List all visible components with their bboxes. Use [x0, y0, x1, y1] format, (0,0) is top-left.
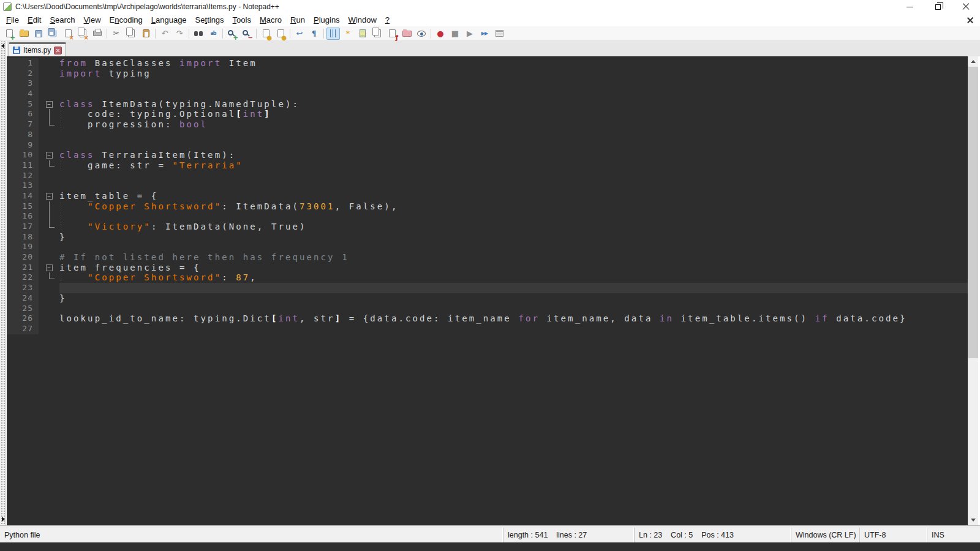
fold-margin-cell: − [39, 191, 59, 201]
editor-pane: 1from BaseClasses import Item2import typ… [7, 56, 980, 525]
print-icon[interactable] [91, 28, 104, 40]
line-number: 15 [7, 201, 39, 212]
menu-item-window[interactable]: Window [344, 14, 381, 26]
code-line: 1from BaseClasses import Item [7, 58, 968, 69]
fold-guide-end [49, 222, 55, 232]
function-list-icon[interactable]: ƒ [385, 28, 399, 40]
menu-item-settings[interactable]: Settings [191, 14, 228, 26]
menu-item-view[interactable]: View [80, 14, 105, 26]
menu-item-run[interactable]: Run [286, 14, 309, 26]
code-line: 6 code: typing.Optional[int] [7, 109, 968, 119]
fold-collapse-button[interactable]: − [46, 101, 53, 108]
line-number: 5 [7, 99, 39, 110]
vertical-scrollbar[interactable] [968, 56, 978, 525]
code-line: 19 [7, 242, 968, 252]
fold-margin-cell [39, 78, 59, 89]
menu-close-document-button[interactable] [967, 17, 974, 24]
code-line: 23 [7, 283, 968, 293]
code-text: item_table = { [59, 191, 968, 201]
code-line: 5−class ItemData(typing.NamedTuple): [7, 99, 968, 110]
zoom-out-icon[interactable]: − [240, 28, 254, 40]
tab-close-icon[interactable] [54, 47, 62, 54]
playback-macro-icon[interactable]: ▶ [463, 28, 477, 40]
code-text [59, 78, 968, 89]
menu-item-tools[interactable]: Tools [228, 14, 255, 26]
scrollbar-down-button[interactable] [968, 515, 978, 525]
grip-arrow-left-icon[interactable] [1, 43, 4, 48]
grip-arrow-right-icon[interactable] [2, 517, 5, 522]
folder-as-workspace-icon[interactable] [400, 28, 413, 40]
save-recorded-macro-icon[interactable] [492, 28, 506, 40]
save-icon[interactable] [32, 28, 45, 40]
menu-item-file[interactable]: File [2, 14, 23, 26]
window-title: C:\Users\Dood\Documents\tmp\Archipelago\… [15, 2, 279, 11]
menu-item-encoding[interactable]: Encoding [105, 14, 147, 26]
menu-item-plugins[interactable]: Plugins [309, 14, 344, 26]
find-icon[interactable] [192, 28, 205, 40]
fold-collapse-button[interactable]: − [46, 193, 53, 200]
menu-item-help[interactable]: ? [381, 14, 394, 26]
menu-item-language[interactable]: Language [147, 14, 191, 26]
redo-icon[interactable]: ↷ [173, 28, 186, 40]
menu-item-search[interactable]: Search [45, 14, 79, 26]
replace-icon[interactable]: ab [206, 28, 220, 40]
scrollbar-track[interactable] [968, 67, 978, 515]
dock-grip[interactable] [0, 41, 6, 525]
new-file-icon[interactable]: + [2, 28, 16, 40]
code-text: "Copper Shortsword": ItemData(73001, Fal… [59, 201, 968, 212]
define-language-icon[interactable]: * [341, 28, 355, 40]
code-text [59, 89, 968, 99]
fold-margin-cell [39, 160, 59, 171]
fold-margin-cell [39, 304, 59, 314]
code-line: 3 [7, 78, 968, 89]
monitoring-icon[interactable] [415, 28, 428, 40]
tab-items-py[interactable]: Items.py [9, 42, 66, 56]
record-macro-icon[interactable]: ● [434, 28, 447, 40]
document-map-icon[interactable] [356, 28, 369, 40]
menu-item-macro[interactable]: Macro [255, 14, 286, 26]
status-bar: Python filelength : 541 lines : 27Ln : 2… [0, 528, 980, 542]
cut-icon[interactable]: ✂ [110, 28, 123, 40]
close-window-button[interactable] [952, 0, 980, 13]
toolbar-separator [290, 29, 290, 39]
toolbar-separator [323, 29, 324, 39]
line-number: 14 [7, 191, 39, 201]
sync-horizontal-scrolling-icon[interactable]: ● [274, 28, 287, 40]
minimize-button[interactable] [895, 0, 924, 13]
code-line: 21−item_frequencies = { [7, 263, 968, 273]
fold-margin-cell [39, 252, 59, 263]
zoom-in-icon[interactable]: + [225, 28, 239, 40]
code-line: 9 [7, 140, 968, 151]
document-list-icon[interactable] [371, 28, 384, 40]
restore-button[interactable] [924, 0, 952, 13]
close-icon[interactable]: × [61, 28, 75, 40]
close-all-icon[interactable]: × [76, 28, 89, 40]
status-cursor-position: Ln : 23 Col : 5 Pos : 413 [635, 528, 791, 542]
run-macro-multiple-times-icon[interactable]: ▶▶ [478, 28, 491, 40]
fold-margin-cell: − [39, 99, 59, 110]
scrollbar-thumb[interactable] [968, 67, 978, 358]
scrollbar-up-button[interactable] [968, 56, 978, 67]
fold-collapse-button[interactable]: − [46, 152, 53, 159]
sync-vertical-scrolling-icon[interactable]: ● [259, 28, 273, 40]
stop-recording-icon[interactable]: ■ [448, 28, 462, 40]
fold-margin-cell [39, 119, 59, 130]
save-all-icon[interactable] [47, 28, 60, 40]
code-line: 20# If not listed here then has frequenc… [7, 252, 968, 263]
menu-item-edit[interactable]: Edit [23, 14, 45, 26]
fold-margin-cell [39, 69, 59, 79]
line-number: 7 [7, 119, 39, 130]
copy-icon[interactable] [124, 28, 138, 40]
editor: 1from BaseClasses import Item2import typ… [7, 56, 978, 525]
line-number: 23 [7, 283, 39, 293]
show-all-characters-icon[interactable]: ¶ [307, 28, 321, 40]
editor-text-area[interactable]: 1from BaseClasses import Item2import typ… [7, 56, 968, 525]
show-indent-guide-icon[interactable] [326, 28, 340, 40]
word-wrap-icon[interactable]: ↩ [293, 28, 306, 40]
paste-icon[interactable] [139, 28, 153, 40]
undo-icon[interactable]: ↶ [158, 28, 172, 40]
code-text: # If not listed here then has frequency … [59, 252, 968, 263]
status-encoding: UTF-8 [860, 528, 927, 542]
fold-collapse-button[interactable]: − [46, 264, 53, 271]
open-icon[interactable] [17, 28, 31, 40]
